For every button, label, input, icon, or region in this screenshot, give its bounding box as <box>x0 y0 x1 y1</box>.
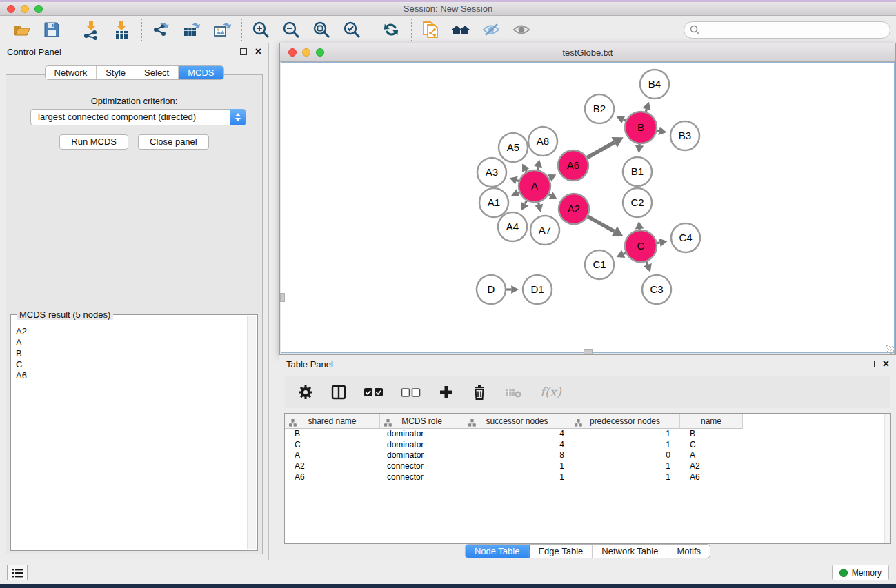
table-cell[interactable]: A6 <box>680 472 743 483</box>
graph-node-A2[interactable]: A2 <box>559 194 589 224</box>
vertical-scroll-thumb[interactable] <box>280 293 285 302</box>
graph-edge-A-A1[interactable] <box>518 192 519 193</box>
table-cell[interactable]: A <box>285 450 380 461</box>
table-cell[interactable]: A <box>680 450 743 461</box>
graph-node-C[interactable]: C <box>625 230 657 262</box>
graph-node-C1[interactable]: C1 <box>585 250 614 279</box>
maximize-window-button[interactable] <box>34 5 43 13</box>
table-cell[interactable]: 4 <box>464 429 570 440</box>
table-cell[interactable]: 1 <box>570 440 680 451</box>
first-neighbors-icon[interactable] <box>449 19 472 41</box>
graph-edge-A-A7[interactable] <box>538 202 539 205</box>
graph-edge-A-A5[interactable] <box>526 170 526 172</box>
float-panel-icon[interactable] <box>240 48 247 55</box>
table-cell[interactable]: 0 <box>570 450 680 461</box>
close-window-button[interactable] <box>7 5 15 13</box>
columns-icon[interactable] <box>330 384 347 401</box>
show-all-icon[interactable] <box>510 19 533 41</box>
graph-node-A6[interactable]: A6 <box>558 150 588 181</box>
table-row[interactable]: Cdominator41C <box>285 440 890 451</box>
network-from-selection-icon[interactable] <box>419 19 442 41</box>
graph-edge-B-B4[interactable] <box>646 109 646 112</box>
import-table-icon[interactable] <box>110 19 133 41</box>
close-panel-button[interactable]: Close panel <box>138 134 209 150</box>
graph-node-D[interactable]: D <box>477 275 506 304</box>
table-cell[interactable]: A2 <box>285 461 380 472</box>
graph-node-A7[interactable]: A7 <box>530 216 559 245</box>
column-header-mcds-role[interactable]: MCDS role <box>380 414 464 429</box>
table-cell[interactable]: dominator <box>380 429 464 440</box>
tab-network-table[interactable]: Network Table <box>593 545 668 558</box>
close-table-panel-icon[interactable]: × <box>883 360 889 368</box>
table-cell[interactable]: 1 <box>464 461 570 472</box>
column-header-name[interactable]: name <box>680 414 743 429</box>
export-image-icon[interactable] <box>210 19 233 41</box>
zoom-selected-icon[interactable] <box>340 19 364 41</box>
table-row[interactable]: A2connector11A2 <box>285 461 890 472</box>
table-cell[interactable]: C <box>680 440 743 451</box>
graph-node-B3[interactable]: B3 <box>670 121 699 150</box>
network-minimize-button[interactable] <box>302 48 310 57</box>
table-cell[interactable]: B <box>680 429 743 440</box>
graph-node-B4[interactable]: B4 <box>640 70 669 99</box>
graph-edge-B-B3[interactable] <box>657 130 659 131</box>
table-scrollbar[interactable] <box>884 414 890 543</box>
table-cell[interactable]: 1 <box>464 472 570 483</box>
tab-node-table[interactable]: Node Table <box>466 545 530 558</box>
zoom-out-icon[interactable] <box>279 19 303 41</box>
network-maximize-button[interactable] <box>316 48 324 57</box>
resize-grip[interactable] <box>886 345 895 354</box>
run-mcds-button[interactable]: Run MCDS <box>59 134 128 150</box>
table-cell[interactable]: connector <box>380 461 464 472</box>
search-input[interactable] <box>704 26 890 35</box>
graph-edge-A2-C[interactable] <box>588 216 615 231</box>
column-header-predecessor-nodes[interactable]: predecessor nodes <box>570 414 680 429</box>
tab-network[interactable]: Network <box>45 66 97 79</box>
delete-column-icon[interactable] <box>471 384 488 401</box>
table-cell[interactable]: dominator <box>380 450 464 461</box>
hide-selected-icon[interactable] <box>479 19 503 41</box>
graph-node-A5[interactable]: A5 <box>499 133 528 162</box>
graph-edge-C-C1[interactable] <box>624 253 626 254</box>
table-cell[interactable]: A2 <box>680 461 743 472</box>
close-panel-icon[interactable]: × <box>255 48 261 56</box>
import-network-icon[interactable] <box>79 19 103 41</box>
network-close-button[interactable] <box>288 48 297 57</box>
graph-node-C2[interactable]: C2 <box>623 188 652 217</box>
save-icon[interactable] <box>40 19 63 41</box>
result-scrollbar[interactable] <box>247 316 256 549</box>
search-field[interactable] <box>684 21 890 39</box>
graph-node-A8[interactable]: A8 <box>528 127 557 156</box>
table-cell[interactable]: A6 <box>285 472 380 483</box>
refresh-icon[interactable] <box>379 19 403 41</box>
table-cell[interactable]: 1 <box>570 461 680 472</box>
table-row[interactable]: A6connector11A6 <box>285 472 890 483</box>
graph-node-A[interactable]: A <box>519 170 550 202</box>
tab-style[interactable]: Style <box>97 66 135 79</box>
mcds-result-item[interactable]: A2 <box>16 326 246 337</box>
mcds-result-item[interactable]: A <box>16 337 246 348</box>
graph-edge-C-C4[interactable] <box>657 243 660 243</box>
column-header-successor-nodes[interactable]: successor nodes <box>464 414 570 429</box>
graph-edge-A6-B[interactable] <box>587 142 615 157</box>
tab-edge-table[interactable]: Edge Table <box>529 545 593 558</box>
network-window-titlebar[interactable]: testGlobe.txt <box>280 43 895 62</box>
select-all-icon[interactable] <box>364 384 384 401</box>
optimization-criterion-dropdown[interactable]: largest connected component (directed) <box>30 109 246 125</box>
table-cell[interactable]: dominator <box>380 440 464 451</box>
task-history-button[interactable] <box>7 565 28 580</box>
settings-gear-icon[interactable] <box>297 384 314 401</box>
mcds-result-item[interactable]: B <box>16 348 246 359</box>
float-table-panel-icon[interactable] <box>868 361 875 367</box>
minimize-window-button[interactable] <box>21 5 29 13</box>
open-folder-icon[interactable] <box>10 19 33 41</box>
graph-edge-A-A3[interactable] <box>517 181 519 181</box>
column-header-shared-name[interactable]: shared name <box>285 414 380 429</box>
tab-mcds[interactable]: MCDS <box>179 66 223 79</box>
graph-node-A4[interactable]: A4 <box>498 212 527 241</box>
table-cell[interactable]: 8 <box>464 450 570 461</box>
table-cell[interactable]: 4 <box>464 440 570 451</box>
mcds-result-item[interactable]: C <box>16 359 246 370</box>
tab-motifs[interactable]: Motifs <box>668 545 710 558</box>
graph-edge-A-A8[interactable] <box>537 167 538 170</box>
